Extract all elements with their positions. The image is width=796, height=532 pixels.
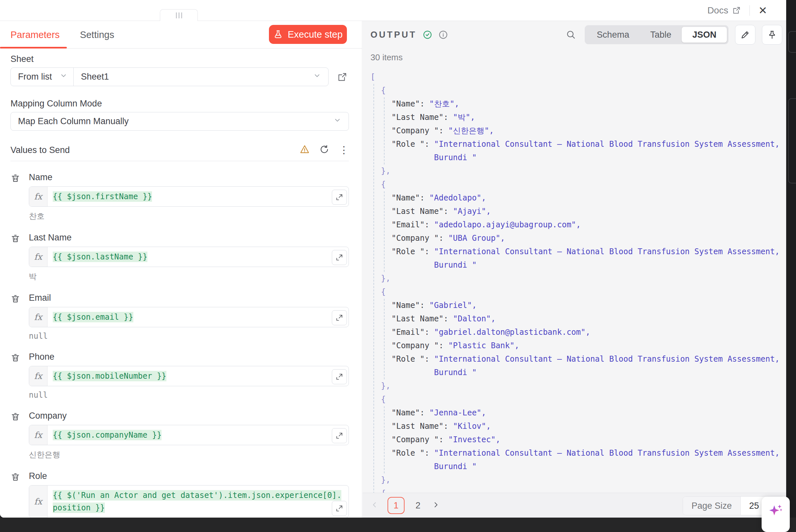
- json-line: "Role ": "International Consultant – Nat…: [392, 353, 784, 379]
- delete-field-icon[interactable]: [11, 293, 20, 304]
- expression-text: {{ $('Run an Actor and get dataset').ite…: [48, 486, 348, 518]
- delete-field-icon[interactable]: [11, 173, 20, 184]
- success-check-icon: [422, 30, 432, 40]
- expand-expression-button[interactable]: [332, 428, 347, 443]
- field-expression-input[interactable]: fx{{ $json.email }}: [29, 307, 349, 327]
- page-button-1[interactable]: 1: [387, 497, 404, 514]
- sheet-mode-select[interactable]: From list: [11, 68, 74, 86]
- output-title: OUTPUT: [371, 30, 417, 40]
- refresh-fields-icon[interactable]: [319, 145, 329, 156]
- field-label: Company: [29, 411, 67, 421]
- json-line: "Name": "Jenna-Lee",: [392, 406, 784, 420]
- divider: [11, 161, 349, 161]
- more-options-icon[interactable]: ⋮: [339, 145, 349, 155]
- json-line: "Last Name": "Dalton",: [392, 312, 784, 326]
- open-sheet-external-button[interactable]: [336, 71, 349, 83]
- json-line: {: [381, 487, 784, 493]
- field-role: Rolefx{{ $('Run an Actor and get dataset…: [11, 471, 349, 518]
- pin-data-button[interactable]: [762, 25, 782, 44]
- json-level-2: "Name": "Gabriel","Last Name": "Dalton",…: [384, 299, 784, 379]
- next-page-button[interactable]: [431, 500, 440, 510]
- delete-field-icon[interactable]: [11, 412, 20, 422]
- delete-field-icon[interactable]: [11, 233, 20, 244]
- field-expression-input[interactable]: fx{{ $json.companyName }}: [29, 425, 349, 445]
- json-line: "Company ": "Plastic Bank",: [392, 339, 784, 353]
- expression-preview: null: [29, 391, 349, 400]
- json-line: [: [371, 71, 784, 84]
- json-line: "Last Name": "박",: [392, 111, 784, 124]
- active-tab-underline: [0, 47, 67, 49]
- tab-parameters[interactable]: Parameters: [11, 30, 60, 40]
- info-icon[interactable]: [438, 30, 448, 40]
- pin-icon: [767, 30, 777, 40]
- mapping-mode-label: Mapping Column Mode: [11, 99, 349, 109]
- delete-field-icon[interactable]: [11, 353, 20, 363]
- field-last-name: Last Namefx{{ $json.lastName }}박: [11, 233, 349, 282]
- node-details-modal: Docs ✕ ParametersSettings Execute step S…: [0, 0, 786, 518]
- field-email: Emailfx{{ $json.email }}null: [11, 293, 349, 341]
- edit-output-button[interactable]: [735, 25, 755, 44]
- tab-settings[interactable]: Settings: [80, 30, 114, 40]
- field-label: Phone: [29, 352, 54, 362]
- expression-text: {{ $json.email }}: [48, 307, 348, 327]
- external-link-icon: [732, 6, 741, 15]
- execution-footer-bar: Clear execution ✕: [0, 518, 796, 532]
- screen: Clear execution ✕ Docs ✕ ParametersSetti…: [0, 0, 796, 532]
- field-label: Role: [29, 471, 47, 481]
- pencil-icon: [740, 30, 750, 40]
- field-expression-input[interactable]: fx{{ $('Run an Actor and get dataset').i…: [29, 485, 349, 518]
- view-tab-table[interactable]: Table: [640, 27, 682, 43]
- fx-badge: fx: [29, 425, 48, 445]
- json-line: "Name": "Gabriel",: [392, 299, 784, 312]
- field-expression-input[interactable]: fx{{ $json.mobileNumber }}: [29, 366, 349, 386]
- expand-expression-button[interactable]: [332, 369, 347, 384]
- field-expression-input[interactable]: fx{{ $json.lastName }}: [29, 247, 349, 267]
- expression-preview: 박: [29, 271, 349, 282]
- parameters-header: ParametersSettings Execute step: [0, 21, 362, 49]
- delete-field-icon[interactable]: [11, 472, 20, 482]
- expression-text: {{ $json.mobileNumber }}: [48, 366, 348, 386]
- json-output-view[interactable]: [{"Name": "찬호","Last Name": "박","Company…: [363, 71, 784, 493]
- view-tab-json[interactable]: JSON: [682, 27, 727, 43]
- previous-page-button[interactable]: [371, 500, 379, 510]
- expand-expression-button[interactable]: [332, 190, 347, 205]
- values-to-send-label: Values to Send: [11, 145, 70, 155]
- execute-step-button[interactable]: Execute step: [269, 25, 347, 44]
- chevron-down-icon: [334, 116, 341, 127]
- json-line: {: [381, 393, 784, 406]
- panel-drag-handle[interactable]: [160, 9, 198, 21]
- expression-text: {{ $json.companyName }}: [48, 425, 348, 445]
- output-pagination-bar: 12 Page Size 25: [363, 493, 786, 518]
- page-button-2[interactable]: 2: [413, 500, 423, 511]
- json-line: },: [381, 473, 784, 487]
- field-name: Namefx{{ $json.firstName }}찬호: [11, 172, 349, 222]
- ai-assistant-button[interactable]: [762, 497, 790, 532]
- mapping-mode-select[interactable]: Map Each Column Manually: [11, 112, 349, 131]
- expand-expression-button[interactable]: [332, 250, 347, 265]
- chevron-down-icon: [313, 72, 321, 82]
- json-line: "Company ": "UBA Group",: [392, 232, 784, 245]
- json-level-2: "Name": "찬호","Last Name": "박","Company "…: [384, 97, 784, 165]
- output-panel: OUTPUT SchemaTableJSON: [363, 21, 786, 518]
- close-modal-button[interactable]: ✕: [758, 5, 767, 16]
- chevron-down-icon: [60, 72, 68, 82]
- external-link-icon: [337, 72, 347, 82]
- expand-expression-button[interactable]: [332, 310, 347, 325]
- field-company: Companyfx{{ $json.companyName }}신한은행: [11, 411, 349, 460]
- items-count: 30 items: [371, 52, 403, 62]
- json-line: "Last Name": "Ajayi",: [392, 205, 784, 218]
- search-icon: [566, 30, 576, 40]
- docs-link[interactable]: Docs: [707, 5, 741, 16]
- json-line: "Last Name": "Kilov",: [392, 420, 784, 433]
- field-expression-input[interactable]: fx{{ $json.firstName }}: [29, 186, 349, 207]
- field-label: Last Name: [29, 233, 72, 243]
- background-canvas-control: [788, 98, 796, 184]
- search-button[interactable]: [563, 27, 579, 43]
- expand-expression-button[interactable]: [332, 501, 347, 516]
- warning-icon[interactable]: [300, 145, 309, 156]
- view-tab-schema[interactable]: Schema: [586, 27, 640, 43]
- json-line: "Name": "찬호",: [392, 97, 784, 111]
- fx-badge: fx: [29, 307, 48, 327]
- sheet-resource-locator: From list Sheet1: [11, 68, 328, 86]
- sheet-value-select[interactable]: Sheet1: [74, 68, 328, 86]
